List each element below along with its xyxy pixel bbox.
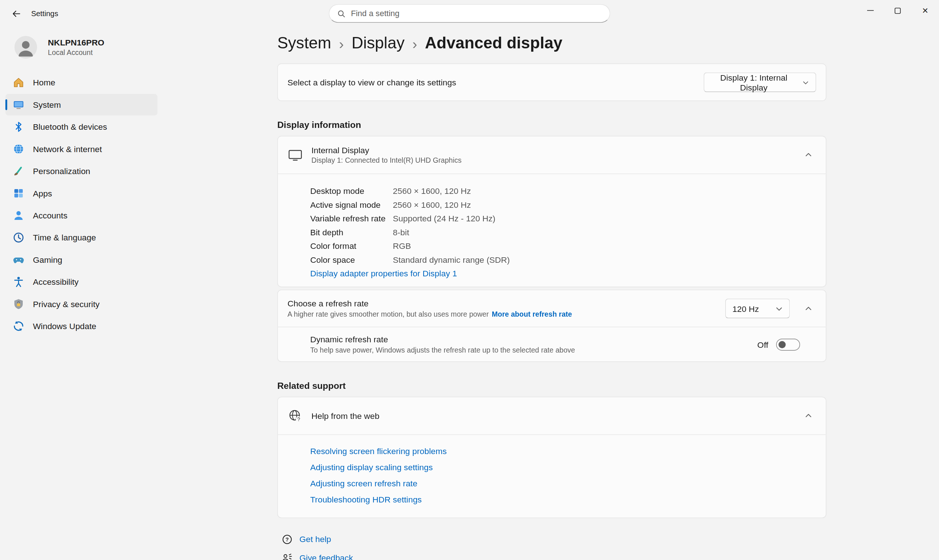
user-name: NKLPN16PRO bbox=[48, 38, 105, 47]
info-label: Active signal mode bbox=[310, 199, 393, 209]
breadcrumb-display[interactable]: Display bbox=[352, 34, 405, 52]
chevron-up-icon bbox=[805, 151, 812, 159]
monitor-icon bbox=[288, 147, 303, 163]
refresh-rate-texts: Choose a refresh rate A higher rate give… bbox=[288, 299, 715, 318]
more-about-refresh-rate-link[interactable]: More about refresh rate bbox=[492, 310, 572, 318]
search-input[interactable] bbox=[351, 9, 602, 18]
sidebar-item-label: Personalization bbox=[33, 166, 90, 176]
give-feedback-link[interactable]: Give feedback bbox=[299, 553, 353, 560]
refresh-rate-header[interactable]: Choose a refresh rate A higher rate give… bbox=[278, 290, 826, 327]
help-from-web-title: Help from the web bbox=[311, 411, 791, 421]
help-from-web-collapse-button[interactable] bbox=[800, 408, 817, 423]
related-support-heading: Related support bbox=[277, 380, 826, 391]
sidebar-item-label: Accounts bbox=[33, 211, 68, 220]
home-icon bbox=[12, 77, 25, 89]
refresh-rate-title: Choose a refresh rate bbox=[288, 299, 715, 308]
chevron-up-icon bbox=[805, 305, 812, 312]
app-title: Settings bbox=[31, 9, 58, 18]
back-button[interactable] bbox=[6, 5, 26, 23]
breadcrumb: System › Display › Advanced display bbox=[277, 31, 826, 55]
internal-display-subtitle: Display 1: Connected to Intel(R) UHD Gra… bbox=[311, 156, 791, 165]
dynamic-refresh-rate-toggle[interactable] bbox=[776, 338, 800, 350]
display-adapter-properties-link[interactable]: Display adapter properties for Display 1 bbox=[310, 269, 457, 278]
gaming-icon bbox=[12, 254, 25, 266]
accounts-icon bbox=[12, 209, 25, 222]
windows-update-icon bbox=[12, 320, 25, 332]
sidebar-item-label: Gaming bbox=[33, 255, 62, 265]
refresh-rate-collapse-button[interactable] bbox=[800, 300, 817, 316]
info-value: 2560 × 1600, 120 Hz bbox=[393, 186, 471, 195]
help-link-screen-refresh-rate[interactable]: Adjusting screen refresh rate bbox=[310, 476, 418, 492]
help-from-web-titles: Help from the web bbox=[311, 411, 791, 421]
sidebar-item-label: Network & internet bbox=[33, 144, 102, 154]
sidebar-item-apps[interactable]: Apps bbox=[6, 183, 158, 204]
info-label: Color space bbox=[310, 255, 393, 264]
help-link-display-scaling[interactable]: Adjusting display scaling settings bbox=[310, 460, 433, 476]
sidebar-item-time-language[interactable]: Time & language bbox=[6, 227, 158, 248]
sidebar-item-label: Bluetooth & devices bbox=[33, 122, 107, 132]
info-row-color-format: Color format RGB bbox=[310, 238, 817, 252]
refresh-rate-subtitle: A higher rate gives smoother motion, but… bbox=[288, 310, 715, 318]
internal-display-title: Internal Display bbox=[311, 146, 791, 155]
chevron-right-icon: › bbox=[412, 35, 417, 51]
display-information-expander-header[interactable]: Internal Display Display 1: Connected to… bbox=[278, 136, 826, 173]
display-information-titles: Internal Display Display 1: Connected to… bbox=[311, 146, 791, 165]
display-information-collapse-button[interactable] bbox=[800, 147, 817, 163]
dynamic-refresh-rate-title: Dynamic refresh rate bbox=[310, 335, 757, 344]
info-label: Bit depth bbox=[310, 227, 393, 237]
chevron-right-icon: › bbox=[339, 35, 344, 51]
info-value: 8-bit bbox=[393, 227, 409, 237]
sidebar-item-label: Privacy & security bbox=[33, 299, 100, 309]
minimize-button[interactable] bbox=[856, 0, 884, 21]
dynamic-refresh-rate-subtitle: To help save power, Windows adjusts the … bbox=[310, 346, 757, 354]
sidebar-item-label: Windows Update bbox=[33, 322, 97, 331]
sidebar-item-personalization[interactable]: Personalization bbox=[6, 160, 158, 182]
maximize-button[interactable] bbox=[884, 0, 911, 21]
close-icon: × bbox=[922, 6, 928, 16]
help-link-hdr-settings[interactable]: Troubleshooting HDR settings bbox=[310, 492, 422, 508]
info-row-variable-refresh-rate: Variable refresh rate Supported (24 Hz -… bbox=[310, 211, 817, 225]
network-icon bbox=[12, 143, 25, 155]
privacy-icon bbox=[12, 298, 25, 310]
sidebar-item-windows-update[interactable]: Windows Update bbox=[6, 315, 158, 337]
sidebar-item-network-internet[interactable]: Network & internet bbox=[6, 138, 158, 160]
help-link-screen-flickering[interactable]: Resolving screen flickering problems bbox=[310, 443, 447, 460]
settings-window: Settings × NKLPN16PRO Local Account bbox=[0, 0, 939, 560]
sidebar-item-label: Apps bbox=[33, 188, 52, 198]
sidebar-item-privacy-security[interactable]: Privacy & security bbox=[6, 293, 158, 315]
sidebar-item-accessibility[interactable]: Accessibility bbox=[6, 271, 158, 293]
search-box[interactable] bbox=[328, 4, 610, 23]
sidebar-item-gaming[interactable]: Gaming bbox=[6, 249, 158, 271]
select-display-card: Select a display to view or change its s… bbox=[277, 63, 826, 101]
info-value: Supported (24 Hz - 120 Hz) bbox=[393, 213, 495, 223]
display-information-heading: Display information bbox=[277, 120, 826, 130]
chevron-down-icon bbox=[776, 305, 783, 312]
info-row-desktop-mode: Desktop mode 2560 × 1600, 120 Hz bbox=[310, 184, 817, 197]
sidebar-item-home[interactable]: Home bbox=[6, 72, 158, 94]
refresh-rate-value: 120 Hz bbox=[732, 304, 759, 313]
help-links: Resolving screen flickering problems Adj… bbox=[278, 435, 826, 517]
info-label: Color format bbox=[310, 241, 393, 250]
user-account[interactable]: NKLPN16PRO Local Account bbox=[14, 36, 163, 58]
sidebar-item-bluetooth-devices[interactable]: Bluetooth & devices bbox=[6, 116, 158, 138]
close-button[interactable]: × bbox=[911, 0, 939, 21]
dynamic-refresh-rate-row: Dynamic refresh rate To help save power,… bbox=[278, 327, 826, 362]
personalization-icon bbox=[12, 165, 25, 177]
breadcrumb-system[interactable]: System bbox=[277, 34, 331, 52]
refresh-rate-dropdown[interactable]: 120 Hz bbox=[725, 299, 790, 318]
get-help-link[interactable]: Get help bbox=[299, 534, 331, 544]
maximize-icon bbox=[894, 7, 900, 13]
sidebar-item-accounts[interactable]: Accounts bbox=[6, 205, 158, 226]
sidebar-item-system[interactable]: System bbox=[6, 94, 158, 115]
accessibility-icon bbox=[12, 276, 25, 288]
help-from-web-card: ? Help from the web Resolving screen fli… bbox=[277, 397, 826, 518]
refresh-rate-card: Choose a refresh rate A higher rate give… bbox=[277, 289, 826, 362]
info-row-bit-depth: Bit depth 8-bit bbox=[310, 225, 817, 239]
display-select-dropdown[interactable]: Display 1: Internal Display bbox=[703, 72, 816, 92]
user-account-type: Local Account bbox=[48, 48, 105, 57]
sidebar: NKLPN16PRO Local Account Home System Blu… bbox=[0, 28, 163, 560]
help-from-web-expander-header[interactable]: ? Help from the web bbox=[278, 397, 826, 434]
display-information-card: Internal Display Display 1: Connected to… bbox=[277, 136, 826, 287]
svg-text:?: ? bbox=[298, 416, 301, 422]
sidebar-item-label: Accessibility bbox=[33, 277, 79, 286]
